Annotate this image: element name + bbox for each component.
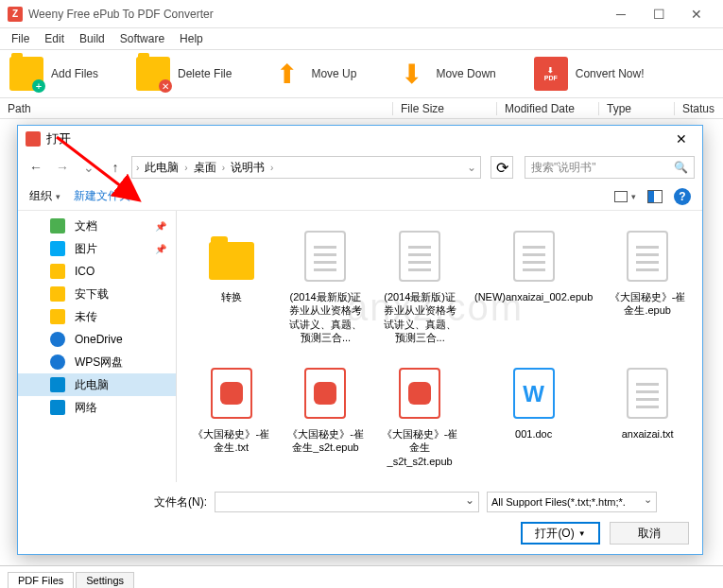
epub-file-icon [399, 368, 440, 419]
sidebar-item-8[interactable]: 网络 [18, 396, 176, 419]
col-type[interactable]: Type [599, 102, 675, 115]
file-item-4[interactable]: 《大国秘史》-崔金生.epub [604, 222, 691, 348]
dialog-title: 打开 [46, 130, 668, 147]
menu-edit[interactable]: Edit [37, 30, 72, 47]
col-path[interactable]: Path [0, 102, 393, 115]
text-file-icon [627, 231, 668, 282]
cancel-button[interactable]: 取消 [610, 522, 689, 545]
main-toolbar: Add Files Delete File ⬆ Move Up ⬇ Move D… [0, 49, 723, 98]
bottom-tabs: PDF Files Settings [0, 565, 723, 588]
sidebar-item-7[interactable]: 此电脑 [18, 373, 176, 396]
breadcrumb-seg-0[interactable]: 此电脑 [141, 160, 182, 176]
tab-pdf-files[interactable]: PDF Files [8, 572, 74, 588]
file-name-label: 《大国秘史》-崔金生_s2t.epub [286, 427, 366, 455]
file-item-0[interactable]: 转换 [188, 222, 275, 348]
arrow-down-icon: ⬇ [394, 57, 428, 91]
move-down-button[interactable]: ⬇ Move Down [394, 57, 495, 91]
close-button[interactable]: ✕ [678, 1, 715, 27]
file-item-5[interactable]: 《大国秘史》-崔金生.txt [188, 359, 275, 472]
menu-file[interactable]: File [4, 30, 37, 47]
chevron-right-icon [270, 163, 273, 173]
delete-folder-icon [136, 57, 170, 91]
sidebar-item-0[interactable]: 文档📌 [18, 215, 176, 237]
window-title: Weeny Free ePub To PDF Converter [28, 8, 602, 21]
dialog-nav-bar: ← → ⌄ ↑ 此电脑 桌面 说明书 ⌄ ⟳ 搜索"说明书" 🔍 [18, 152, 702, 182]
nav-forward-button[interactable]: → [52, 157, 73, 178]
organize-button[interactable]: 组织 [29, 188, 60, 204]
app-icon: Z [8, 7, 23, 22]
file-item-9[interactable]: anxaizai.txt [604, 359, 691, 472]
convert-button[interactable]: ⬇PDF Convert Now! [534, 57, 645, 91]
maximize-button[interactable]: ☐ [640, 1, 678, 27]
file-item-2[interactable]: (2014最新版)证券业从业资格考试讲义、真题、预测三合... [376, 222, 463, 348]
nav-recent-button[interactable]: ⌄ [78, 157, 99, 178]
move-up-button[interactable]: ⬆ Move Up [269, 57, 356, 91]
convert-label: Convert Now! [576, 67, 645, 80]
open-button[interactable]: 打开(O) ▼ [521, 522, 600, 545]
delete-file-button[interactable]: Delete File [136, 57, 232, 91]
breadcrumb-dropdown-icon[interactable]: ⌄ [467, 161, 476, 174]
dialog-close-button[interactable]: ✕ [668, 129, 695, 149]
breadcrumb-seg-1[interactable]: 桌面 [190, 160, 220, 176]
sidebar-item-5[interactable]: OneDrive [18, 328, 176, 351]
pdf-icon: ⬇PDF [534, 57, 568, 91]
file-name-label: (2014最新版)证券业从业资格考试讲义、真题、预测三合... [286, 290, 366, 344]
minimize-button[interactable]: ─ [602, 1, 640, 27]
file-item-6[interactable]: 《大国秘史》-崔金生_s2t.epub [283, 359, 370, 472]
filename-input[interactable] [215, 492, 479, 512]
move-down-label: Move Down [436, 67, 495, 80]
tab-settings[interactable]: Settings [76, 572, 134, 588]
text-file-icon [627, 368, 668, 419]
file-name-label: (2014最新版)证券业从业资格考试讲义、真题、预测三合... [380, 290, 459, 344]
file-name-label: anxaizai.txt [622, 427, 674, 441]
dialog-body: 文档📌图片📌ICO安下载未传OneDriveWPS网盘此电脑网络 anxz.co… [18, 211, 702, 482]
new-folder-button[interactable]: 新建文件夹 [74, 188, 130, 204]
file-name-label: 《大国秘史》-崔金生_s2t_s2t.epub [380, 427, 459, 468]
dialog-sidebar: 文档📌图片📌ICO安下载未传OneDriveWPS网盘此电脑网络 [18, 211, 177, 482]
preview-pane-button[interactable] [647, 190, 663, 203]
col-size[interactable]: File Size [393, 102, 497, 115]
view-options-button[interactable] [614, 191, 636, 202]
sidebar-item-1[interactable]: 图片📌 [18, 237, 176, 260]
file-item-3[interactable]: (NEW)anxaizai_002.epub [471, 222, 596, 348]
menu-build[interactable]: Build [72, 30, 112, 47]
refresh-button[interactable]: ⟳ [491, 156, 513, 179]
fld-icon [50, 286, 65, 302]
doc-icon [50, 218, 65, 233]
text-file-icon [399, 231, 440, 282]
net-icon [50, 400, 65, 415]
view-icon [614, 191, 628, 202]
pc-icon [50, 377, 65, 392]
file-item-7[interactable]: 《大国秘史》-崔金生_s2t_s2t.epub [376, 359, 463, 472]
file-item-1[interactable]: (2014最新版)证券业从业资格考试讲义、真题、预测三合... [283, 222, 370, 348]
search-placeholder: 搜索"说明书" [531, 160, 674, 176]
menu-help[interactable]: Help [172, 30, 211, 47]
file-item-8[interactable]: W001.doc [471, 359, 596, 472]
menu-software[interactable]: Software [112, 30, 172, 47]
text-file-icon [513, 231, 555, 282]
file-grid: anxz.com 转换(2014最新版)证券业从业资格考试讲义、真题、预测三合.… [177, 211, 702, 482]
breadcrumb-root-icon [136, 163, 139, 173]
epub-file-icon [304, 368, 346, 419]
nav-up-button[interactable]: ↑ [105, 157, 126, 178]
file-filter-select[interactable]: All Support Files(*.txt;*.htm;*. [487, 492, 657, 512]
help-icon[interactable]: ? [674, 188, 691, 205]
breadcrumb[interactable]: 此电脑 桌面 说明书 ⌄ [131, 156, 481, 179]
sidebar-item-4[interactable]: 未传 [18, 305, 176, 328]
chevron-right-icon [222, 163, 225, 173]
filename-label: 文件名(N): [31, 494, 207, 510]
col-modified[interactable]: Modified Date [497, 102, 599, 115]
sidebar-item-2[interactable]: ICO [18, 260, 176, 283]
sidebar-item-6[interactable]: WPS网盘 [18, 351, 176, 373]
text-file-icon [304, 231, 346, 282]
folder-icon [209, 242, 254, 280]
search-input[interactable]: 搜索"说明书" 🔍 [525, 156, 695, 179]
file-list-header: Path File Size Modified Date Type Status [0, 98, 723, 119]
dialog-footer: 文件名(N): All Support Files(*.txt;*.htm;*.… [18, 482, 702, 554]
breadcrumb-seg-2[interactable]: 说明书 [227, 160, 268, 176]
sidebar-item-3[interactable]: 安下载 [18, 283, 176, 305]
nav-back-button[interactable]: ← [26, 157, 46, 178]
delete-file-label: Delete File [178, 67, 232, 80]
add-files-button[interactable]: Add Files [9, 57, 98, 91]
col-status[interactable]: Status [675, 102, 723, 115]
